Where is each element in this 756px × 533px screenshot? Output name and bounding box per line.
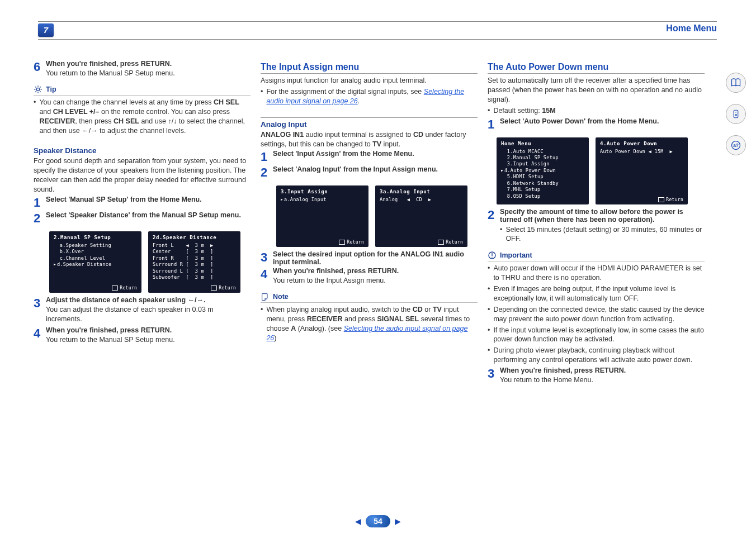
analog-input-intro: ANALOG IN1 audio input terminal is assig… — [261, 130, 478, 149]
default-setting: Default setting: 15M — [488, 106, 705, 116]
text: ) — [274, 334, 276, 342]
text: on the remote control. You can also pres… — [100, 108, 230, 116]
osd-line: Surround L [ 3 m ] — [153, 268, 236, 274]
svg-rect-2 — [735, 114, 737, 115]
osd-line: 8.OSD Setup — [501, 193, 584, 199]
cd-key: CD — [413, 131, 423, 139]
cd-key: CD — [413, 306, 423, 313]
important-bullet: Even if images are being output, if the … — [488, 284, 705, 303]
text: When you're finished, press — [500, 367, 595, 374]
header-section-title: Home Menu — [666, 23, 717, 34]
receiver-key: RECEIVER — [39, 117, 75, 125]
osd-analog-input: 3a.Analog Input Analog ◀ CD ▶ Return — [375, 185, 467, 247]
osd-title: 2.Manual SP Setup — [54, 235, 137, 240]
text: When you're finished, press — [273, 267, 368, 275]
osd-line: Front L ◀ 3 m ▶ — [153, 242, 236, 249]
apd-step-3: 3 When you're finished, press RETURN. Yo… — [488, 367, 705, 386]
text: and use — [139, 117, 168, 125]
column-3: The Auto Power Down menu Set to automati… — [488, 59, 705, 386]
ch-level-key: CH LEVEL +/– — [53, 108, 100, 116]
ia-step-4: 4 When you're finished, press RETURN. Yo… — [261, 267, 478, 287]
return-key: RETURN — [141, 60, 170, 68]
side-icon-glossary[interactable]: a? — [726, 135, 746, 155]
osd-return-label: Return — [438, 240, 463, 245]
osd-line: a.Speaker Setting — [54, 242, 137, 249]
osd-line: Center [ 3 m ] — [153, 249, 236, 255]
osd-line-selected: d.Speaker Distance — [54, 261, 137, 268]
arrow-right-icon: → — [91, 127, 98, 135]
osd-line: 5.HDMI Setup — [501, 174, 584, 180]
sd-step-4-body: You return to the Manual SP Setup menu. — [46, 335, 251, 345]
text: and press — [343, 315, 377, 323]
osd-line: Auto Power Down ◀ 15M ▶ — [600, 149, 683, 155]
speaker-distance-heading: Speaker Distance — [34, 146, 251, 155]
osd-title: 3.Input Assign — [281, 189, 364, 194]
side-icon-book[interactable] — [726, 73, 746, 93]
text: When playing analog input audio, switch … — [266, 306, 412, 313]
osd-line: Surround R [ 3 m ] — [153, 261, 236, 268]
note-label: Note — [273, 293, 289, 301]
text: During photo viewer playback, continuing… — [493, 346, 705, 365]
important-bullet: Depending on the connected device, the s… — [488, 305, 705, 324]
sd-step-4: 4 When you're finished, press RETURN. Yo… — [34, 326, 251, 346]
ia-step-1-title: Select 'Input Assign' from the Home Menu… — [273, 150, 478, 158]
text: or — [423, 306, 433, 313]
ch-sel-key: CH SEL — [214, 98, 239, 106]
ia-step-2-title: Select 'Analog Input' from the Input Ass… — [273, 165, 478, 173]
analog-input-heading: Analog Input — [261, 117, 478, 129]
osd-screens-apd: Home Menu 1.Auto MCACC 2.Manual SP Setup… — [497, 137, 705, 204]
return-key: RETURN — [368, 267, 397, 275]
step-number: 1 — [34, 196, 46, 210]
side-nav-icons: a? — [726, 73, 746, 155]
return-key: RETURN — [141, 326, 170, 334]
header-rule-top — [38, 21, 717, 22]
ia-step-2: 2 Select 'Analog Input' from the Input A… — [261, 165, 478, 180]
page-prev-button[interactable]: ◀ — [355, 517, 361, 526]
tip-label: Tip — [46, 85, 56, 93]
osd-line: 1.Auto MCACC — [501, 149, 584, 155]
ia-step-1: 1 Select 'Input Assign' from the Home Me… — [261, 150, 478, 164]
osd-speaker-distance: 2d.Speaker Distance Front L ◀ 3 m ▶ Cent… — [148, 231, 240, 293]
text: For the assignment of the digital signal… — [266, 88, 423, 96]
apd-step-3-title: When you're finished, press RETURN. — [500, 367, 705, 374]
text: If the input volume level is exceptional… — [493, 326, 705, 345]
important-icon — [488, 251, 497, 260]
osd-return-label: Return — [658, 197, 683, 202]
osd-line-selected: a.Analog Input — [281, 197, 364, 203]
osd-title: Home Menu — [501, 141, 584, 146]
input-assign-heading: The Input Assign menu — [261, 62, 478, 74]
osd-input-assign: 3.Input Assign a.Analog Input Return — [276, 185, 368, 247]
svg-text:a?: a? — [733, 142, 739, 148]
side-icon-remote[interactable] — [726, 104, 746, 124]
page-next-button[interactable]: ▶ — [395, 517, 401, 526]
note-icon — [261, 292, 270, 301]
text: Even if images are being output, if the … — [493, 284, 705, 303]
text: When you're finished, press — [46, 60, 141, 68]
sd-step-3: 3 Adjust the distance of each speaker us… — [34, 296, 251, 325]
osd-screens-speaker: 2.Manual SP Setup a.Speaker Setting b.X.… — [49, 231, 251, 293]
osd-line: 2.Manual SP Setup — [501, 155, 584, 161]
important-header: Important — [488, 251, 705, 261]
text: to adjust the channel levels. — [98, 127, 186, 135]
tip-header: Tip — [34, 85, 251, 96]
sd-step-4-title: When you're finished, press RETURN. — [46, 326, 251, 334]
signal-sel-key: SIGNAL SEL — [377, 315, 419, 323]
header-rule-bottom — [38, 39, 717, 40]
osd-screens-input: 3.Input Assign a.Analog Input Return 3a.… — [276, 185, 478, 247]
step-6-body: You return to the Manual SP Setup menu. — [46, 69, 251, 78]
apd-step-2-bullet: Select 15 minutes (default setting) or 3… — [500, 225, 705, 244]
text: Default setting: — [493, 107, 542, 115]
text: and — [39, 108, 53, 116]
tv-key: TV — [433, 306, 442, 313]
osd-manual-sp-setup: 2.Manual SP Setup a.Speaker Setting b.X.… — [49, 231, 141, 293]
osd-line: Front R [ 3 m ] — [153, 255, 236, 261]
svg-point-6 — [36, 88, 39, 91]
step-number: 3 — [488, 367, 500, 386]
apd-step-1-title: Select 'Auto Power Down' from the Home M… — [500, 117, 705, 125]
note-bullet: When playing analog input audio, switch … — [261, 305, 478, 343]
input-assign-bullet: For the assignment of the digital signal… — [261, 87, 478, 106]
osd-line: Analog ◀ CD ▶ — [380, 197, 463, 203]
tv-key: TV — [372, 140, 381, 148]
svg-rect-8 — [492, 253, 492, 256]
osd-title: 3a.Analog Input — [380, 189, 463, 194]
